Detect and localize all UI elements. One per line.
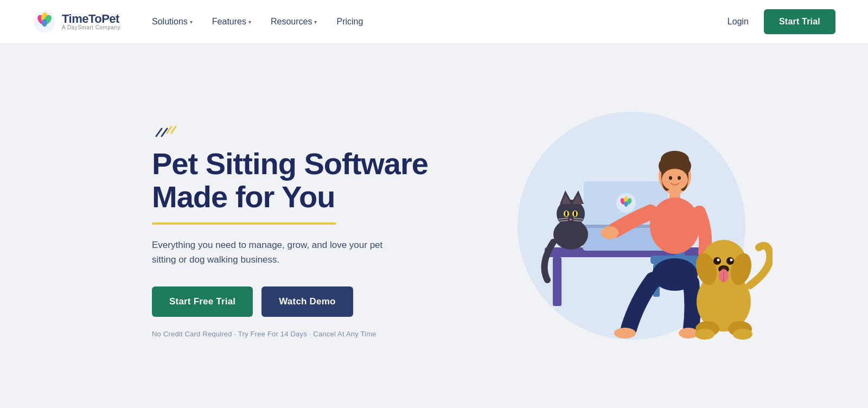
svg-point-28 — [661, 151, 689, 168]
nav-login[interactable]: Login — [727, 17, 749, 27]
svg-point-49 — [574, 211, 576, 216]
hero-scene-svg — [490, 95, 773, 356]
hero-section: Pet Sitting Software Made for You Everyt… — [0, 43, 868, 408]
sparkle-decoration — [152, 124, 428, 141]
svg-point-36 — [601, 226, 618, 239]
logo-icon — [33, 10, 56, 34]
svg-point-33 — [679, 181, 684, 184]
nav-right: Login Start Trial — [727, 9, 835, 34]
svg-point-35 — [650, 197, 700, 254]
logo-text: TimeToPet A DaySmart Company — [62, 13, 120, 30]
nav-solutions[interactable]: Solutions ▾ — [152, 17, 193, 27]
hero-subtitle: Everything you need to manage, grow, and… — [152, 238, 401, 267]
sparkle-icon — [152, 124, 179, 141]
nav-resources[interactable]: Resources ▾ — [271, 17, 317, 27]
nav-pricing[interactable]: Pricing — [336, 17, 363, 27]
svg-line-5 — [156, 129, 162, 136]
logo-tagline: A DaySmart Company — [62, 25, 120, 30]
hero-disclaimer: No Credit Card Required · Try Free For 1… — [152, 330, 428, 338]
chevron-down-icon: ▾ — [314, 19, 317, 25]
hero-buttons: Start Free Trial Watch Demo — [152, 286, 428, 317]
navbar: TimeToPet A DaySmart Company Solutions ▾… — [0, 0, 868, 43]
start-free-trial-button[interactable]: Start Free Trial — [152, 286, 253, 317]
logo[interactable]: TimeToPet A DaySmart Company — [33, 10, 120, 34]
chevron-down-icon: ▾ — [190, 19, 193, 25]
title-underline — [152, 222, 336, 225]
illustration-wrapper — [490, 95, 773, 356]
svg-point-32 — [666, 181, 671, 184]
svg-line-8 — [171, 126, 176, 133]
svg-point-62 — [730, 259, 733, 262]
nav-features[interactable]: Features ▾ — [212, 17, 251, 27]
svg-point-30 — [669, 176, 672, 180]
svg-point-31 — [678, 176, 681, 180]
svg-point-61 — [717, 259, 720, 262]
svg-point-4 — [42, 19, 47, 27]
svg-point-38 — [614, 328, 636, 339]
svg-line-6 — [162, 129, 167, 136]
svg-point-48 — [565, 211, 567, 216]
nav-links: Solutions ▾ Features ▾ Resources ▾ Prici… — [152, 17, 363, 27]
svg-point-59 — [713, 257, 721, 265]
hero-title: Pet Sitting Software Made for You — [152, 147, 428, 214]
svg-point-70 — [733, 329, 752, 340]
svg-line-7 — [167, 126, 171, 133]
svg-point-29 — [662, 169, 688, 190]
svg-point-19 — [624, 201, 628, 207]
svg-point-69 — [695, 329, 714, 340]
hero-content: Pet Sitting Software Made for You Everyt… — [152, 113, 428, 339]
svg-point-60 — [726, 257, 734, 265]
watch-demo-button[interactable]: Watch Demo — [261, 286, 353, 317]
hero-illustration — [428, 95, 835, 356]
logo-name: TimeToPet — [62, 13, 120, 25]
chevron-down-icon: ▾ — [248, 19, 251, 25]
nav-start-trial-button[interactable]: Start Trial — [764, 9, 835, 34]
svg-rect-10 — [553, 257, 561, 306]
